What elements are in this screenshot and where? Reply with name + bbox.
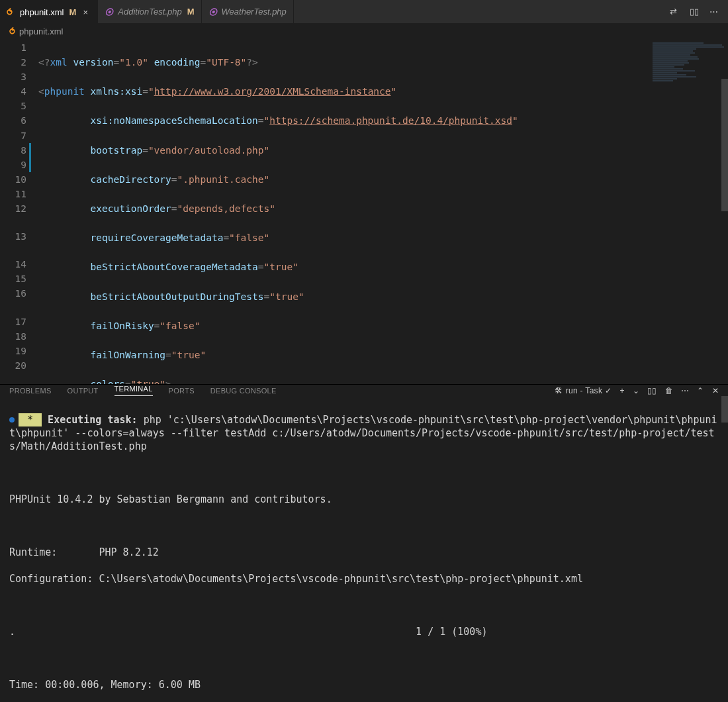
editor-scrollbar[interactable] bbox=[721, 39, 728, 384]
line-gutter: 1 2 3 4 5 6 7 8 9 10 11 12 13 14 15 16 1… bbox=[0, 39, 38, 384]
rss-icon: ⥀ bbox=[9, 26, 15, 36]
breadcrumb[interactable]: ⥀ phpunit.xml bbox=[0, 23, 728, 39]
new-terminal-button[interactable]: + bbox=[620, 386, 625, 395]
panel-tab-output[interactable]: OUTPUT bbox=[68, 387, 99, 395]
editor-tabbar: ⥀ phpunit.xml M × ⦿ AdditionTest.php M ⦿… bbox=[0, 0, 728, 23]
editor[interactable]: 1 2 3 4 5 6 7 8 9 10 11 12 13 14 15 16 1… bbox=[0, 39, 728, 384]
tab-label: AdditionTest.php bbox=[118, 7, 181, 17]
php-icon: ⦿ bbox=[208, 7, 218, 17]
modified-indicator: M bbox=[187, 7, 195, 17]
code-area[interactable]: <?xml version="1.0" encoding="UTF-8"?> <… bbox=[38, 39, 728, 384]
close-icon[interactable]: × bbox=[80, 7, 91, 17]
modified-indicator: M bbox=[69, 7, 76, 17]
tab-weather-test[interactable]: ⦿ WeatherTest.php bbox=[202, 0, 294, 23]
split-terminal-icon[interactable]: ▯▯ bbox=[647, 386, 657, 395]
more-icon[interactable]: ⋯ bbox=[681, 386, 689, 395]
task-badge: * bbox=[19, 413, 42, 426]
terminal-scrollbar[interactable] bbox=[721, 396, 728, 423]
check-icon: ✓ bbox=[605, 386, 612, 395]
panel-tab-ports[interactable]: PORTS bbox=[169, 387, 195, 395]
tab-label: WeatherTest.php bbox=[222, 7, 287, 17]
panel-tabbar: PROBLEMS OUTPUT TERMINAL PORTS DEBUG CON… bbox=[0, 385, 728, 396]
panel-tab-terminal[interactable]: TERMINAL bbox=[114, 385, 153, 396]
task-selector[interactable]: 🛠run - Task ✓ bbox=[555, 386, 612, 395]
panel: PROBLEMS OUTPUT TERMINAL PORTS DEBUG CON… bbox=[0, 384, 728, 702]
task-running-indicator bbox=[9, 417, 15, 423]
panel-tab-problems[interactable]: PROBLEMS bbox=[9, 387, 52, 395]
compare-changes-icon[interactable]: ⇄ bbox=[670, 7, 680, 17]
tab-phpunit-xml[interactable]: ⥀ phpunit.xml M × bbox=[0, 0, 98, 23]
tab-label: phpunit.xml bbox=[20, 7, 64, 17]
php-icon: ⦿ bbox=[105, 7, 114, 17]
breadcrumb-file: phpunit.xml bbox=[19, 26, 63, 36]
kill-terminal-icon[interactable]: 🗑 bbox=[665, 386, 673, 395]
terminal-profile-dropdown[interactable]: ⌄ bbox=[633, 386, 639, 395]
terminal[interactable]: * Executing task: php 'c:\Users\atodw\Do… bbox=[0, 396, 728, 702]
close-panel-icon[interactable]: ✕ bbox=[712, 386, 719, 395]
panel-tab-debug-console[interactable]: DEBUG CONSOLE bbox=[210, 387, 277, 395]
split-editor-icon[interactable]: ▯▯ bbox=[690, 7, 700, 17]
tab-addition-test[interactable]: ⦿ AdditionTest.php M bbox=[98, 0, 201, 23]
rss-icon: ⥀ bbox=[7, 7, 16, 17]
tab-actions: ⇄ ▯▯ ⋯ bbox=[662, 7, 728, 17]
maximize-panel-icon[interactable]: ⌃ bbox=[697, 386, 704, 395]
wrench-icon: 🛠 bbox=[555, 386, 563, 395]
more-icon[interactable]: ⋯ bbox=[709, 7, 720, 17]
